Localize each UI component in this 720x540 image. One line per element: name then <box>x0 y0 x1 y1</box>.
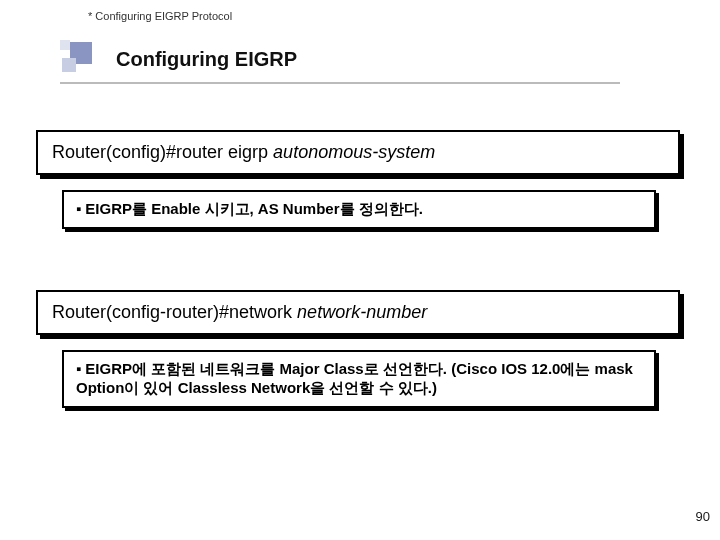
bullet-icon: ▪ <box>76 200 81 217</box>
command-2-argument: network-number <box>297 302 427 322</box>
command-box-2: Router(config-router)#network network-nu… <box>36 290 680 335</box>
title-decoration-icon <box>60 40 98 78</box>
slide-title: Configuring EIGRP <box>116 48 297 71</box>
description-2-text: EIGRP에 포함된 네트워크를 Major Class로 선언한다. (Cis… <box>76 360 633 396</box>
command-2-prompt: Router(config-router)#network <box>52 302 297 322</box>
command-box-1: Router(config)#router eigrp autonomous-s… <box>36 130 680 175</box>
page-number: 90 <box>696 509 710 524</box>
description-box-1: ▪EIGRP를 Enable 시키고, AS Number를 정의한다. <box>62 190 656 229</box>
description-1-text: EIGRP를 Enable 시키고, AS Number를 정의한다. <box>85 200 423 217</box>
title-row: Configuring EIGRP <box>0 40 720 78</box>
slide-kicker: * Configuring EIGRP Protocol <box>88 10 232 22</box>
title-underline <box>60 82 620 84</box>
description-box-2: ▪EIGRP에 포함된 네트워크를 Major Class로 선언한다. (Ci… <box>62 350 656 408</box>
command-1-argument: autonomous-system <box>273 142 435 162</box>
command-1-prompt: Router(config)#router eigrp <box>52 142 273 162</box>
bullet-icon: ▪ <box>76 360 81 377</box>
